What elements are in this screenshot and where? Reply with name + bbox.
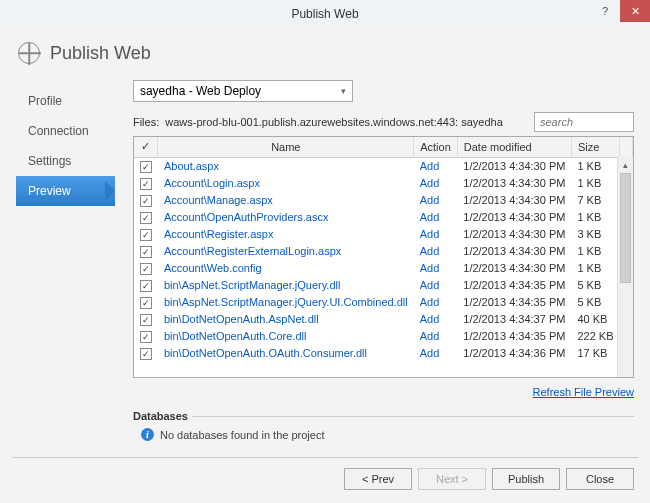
close-window-button[interactable]: ✕: [620, 0, 650, 22]
table-row[interactable]: ✓Account\Register.aspxAdd1/2/2013 4:34:3…: [134, 226, 633, 243]
table-row[interactable]: ✓bin\AspNet.ScriptManager.jQuery.UI.Comb…: [134, 294, 633, 311]
row-checkbox[interactable]: ✓: [134, 226, 158, 243]
file-size: 1 KB: [571, 243, 619, 260]
file-action[interactable]: Add: [414, 260, 458, 277]
file-action[interactable]: Add: [414, 294, 458, 311]
close-button[interactable]: Close: [566, 468, 634, 490]
files-label: Files:: [133, 116, 159, 128]
file-action[interactable]: Add: [414, 226, 458, 243]
scroll-up-icon[interactable]: ▴: [618, 157, 633, 173]
column-size[interactable]: Size: [571, 137, 619, 157]
file-date: 1/2/2013 4:34:30 PM: [457, 243, 571, 260]
footer: < Prev Next > Publish Close: [12, 457, 638, 490]
file-date: 1/2/2013 4:34:30 PM: [457, 192, 571, 209]
file-name[interactable]: bin\AspNet.ScriptManager.jQuery.dll: [158, 277, 414, 294]
file-action[interactable]: Add: [414, 277, 458, 294]
row-checkbox[interactable]: ✓: [134, 294, 158, 311]
file-size: 1 KB: [571, 260, 619, 277]
table-row[interactable]: ✓Account\Web.configAdd1/2/2013 4:34:30 P…: [134, 260, 633, 277]
file-size: 5 KB: [571, 294, 619, 311]
info-icon: i: [141, 428, 154, 441]
refresh-link[interactable]: Refresh File Preview: [533, 386, 634, 398]
row-checkbox[interactable]: ✓: [134, 260, 158, 277]
file-name[interactable]: About.aspx: [158, 157, 414, 175]
publish-button[interactable]: Publish: [492, 468, 560, 490]
prev-button[interactable]: < Prev: [344, 468, 412, 490]
file-action[interactable]: Add: [414, 243, 458, 260]
sidebar: Profile Connection Settings Preview: [16, 80, 115, 441]
file-name[interactable]: Account\Web.config: [158, 260, 414, 277]
scroll-thumb[interactable]: [620, 173, 631, 283]
file-name[interactable]: Account\Register.aspx: [158, 226, 414, 243]
scrollbar[interactable]: ▴: [617, 157, 633, 377]
row-checkbox[interactable]: ✓: [134, 157, 158, 175]
file-date: 1/2/2013 4:34:30 PM: [457, 209, 571, 226]
column-date[interactable]: Date modified: [457, 137, 571, 157]
file-name[interactable]: Account\Login.aspx: [158, 175, 414, 192]
help-button[interactable]: ?: [590, 0, 620, 22]
file-action[interactable]: Add: [414, 192, 458, 209]
file-date: 1/2/2013 4:34:35 PM: [457, 294, 571, 311]
file-action[interactable]: Add: [414, 328, 458, 345]
file-action[interactable]: Add: [414, 345, 458, 362]
row-checkbox[interactable]: ✓: [134, 175, 158, 192]
file-name[interactable]: Account\Manage.aspx: [158, 192, 414, 209]
globe-icon: [18, 42, 40, 64]
file-size: 222 KB: [571, 328, 619, 345]
dialog-title: Publish Web: [50, 43, 151, 64]
file-action[interactable]: Add: [414, 175, 458, 192]
table-row[interactable]: ✓bin\DotNetOpenAuth.OAuth.Consumer.dllAd…: [134, 345, 633, 362]
file-name[interactable]: bin\DotNetOpenAuth.Core.dll: [158, 328, 414, 345]
row-checkbox[interactable]: ✓: [134, 311, 158, 328]
databases-heading: Databases: [133, 410, 188, 422]
table-row[interactable]: ✓About.aspxAdd1/2/2013 4:34:30 PM1 KB: [134, 157, 633, 175]
sidebar-item-connection[interactable]: Connection: [16, 116, 115, 146]
chevron-down-icon: ▾: [341, 86, 346, 96]
sidebar-item-settings[interactable]: Settings: [16, 146, 115, 176]
file-date: 1/2/2013 4:34:30 PM: [457, 226, 571, 243]
search-input[interactable]: [534, 112, 634, 132]
files-target: waws-prod-blu-001.publish.azurewebsites.…: [165, 116, 503, 128]
row-checkbox[interactable]: ✓: [134, 209, 158, 226]
row-checkbox[interactable]: ✓: [134, 192, 158, 209]
sidebar-item-preview[interactable]: Preview: [16, 176, 115, 206]
file-action[interactable]: Add: [414, 209, 458, 226]
divider: [192, 416, 634, 417]
dialog-header: Publish Web: [0, 28, 650, 80]
file-size: 1 KB: [571, 209, 619, 226]
row-checkbox[interactable]: ✓: [134, 328, 158, 345]
file-size: 5 KB: [571, 277, 619, 294]
file-action[interactable]: Add: [414, 311, 458, 328]
row-checkbox[interactable]: ✓: [134, 345, 158, 362]
file-name[interactable]: bin\AspNet.ScriptManager.jQuery.UI.Combi…: [158, 294, 414, 311]
file-date: 1/2/2013 4:34:36 PM: [457, 345, 571, 362]
sidebar-item-profile[interactable]: Profile: [16, 86, 115, 116]
file-action[interactable]: Add: [414, 157, 458, 175]
file-size: 17 KB: [571, 345, 619, 362]
table-row[interactable]: ✓Account\RegisterExternalLogin.aspxAdd1/…: [134, 243, 633, 260]
column-action[interactable]: Action: [414, 137, 458, 157]
file-name[interactable]: bin\DotNetOpenAuth.OAuth.Consumer.dll: [158, 345, 414, 362]
table-row[interactable]: ✓bin\DotNetOpenAuth.AspNet.dllAdd1/2/201…: [134, 311, 633, 328]
table-row[interactable]: ✓bin\DotNetOpenAuth.Core.dllAdd1/2/2013 …: [134, 328, 633, 345]
file-date: 1/2/2013 4:34:30 PM: [457, 260, 571, 277]
select-all-checkbox[interactable]: ✓: [134, 137, 158, 157]
file-date: 1/2/2013 4:34:35 PM: [457, 277, 571, 294]
table-row[interactable]: ✓Account\OpenAuthProviders.ascxAdd1/2/20…: [134, 209, 633, 226]
file-date: 1/2/2013 4:34:35 PM: [457, 328, 571, 345]
profile-dropdown[interactable]: sayedha - Web Deploy ▾: [133, 80, 353, 102]
file-name[interactable]: bin\DotNetOpenAuth.AspNet.dll: [158, 311, 414, 328]
row-checkbox[interactable]: ✓: [134, 243, 158, 260]
next-button[interactable]: Next >: [418, 468, 486, 490]
file-name[interactable]: Account\OpenAuthProviders.ascx: [158, 209, 414, 226]
file-date: 1/2/2013 4:34:37 PM: [457, 311, 571, 328]
table-row[interactable]: ✓bin\AspNet.ScriptManager.jQuery.dllAdd1…: [134, 277, 633, 294]
databases-message: No databases found in the project: [160, 429, 325, 441]
table-row[interactable]: ✓Account\Login.aspxAdd1/2/2013 4:34:30 P…: [134, 175, 633, 192]
column-name[interactable]: Name: [158, 137, 414, 157]
title-bar: Publish Web ? ✕: [0, 0, 650, 28]
row-checkbox[interactable]: ✓: [134, 277, 158, 294]
file-name[interactable]: Account\RegisterExternalLogin.aspx: [158, 243, 414, 260]
table-row[interactable]: ✓Account\Manage.aspxAdd1/2/2013 4:34:30 …: [134, 192, 633, 209]
file-size: 3 KB: [571, 226, 619, 243]
